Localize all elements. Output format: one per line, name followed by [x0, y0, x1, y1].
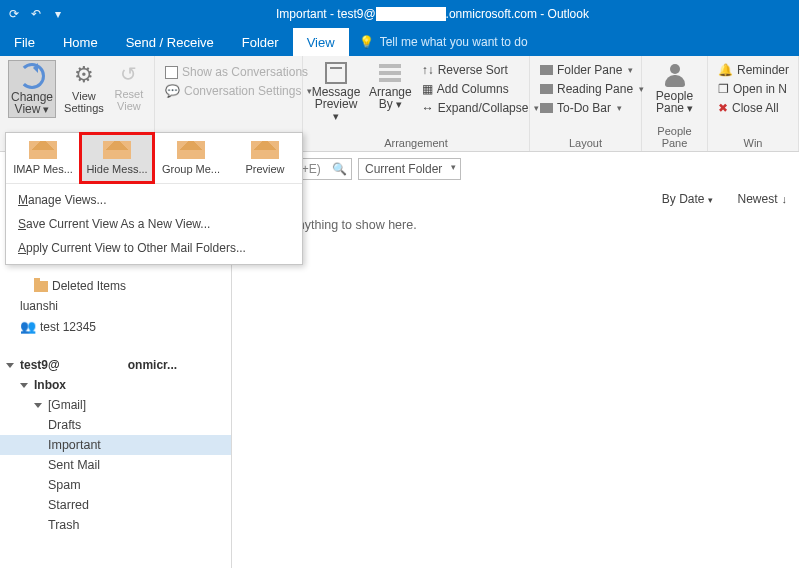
add-columns-button[interactable]: ▦Add Columns: [420, 81, 542, 97]
view-option-imap-messages[interactable]: IMAP Mes...: [6, 133, 80, 183]
qat-customize-icon[interactable]: ▾: [50, 6, 66, 22]
close-all-icon: ✖: [718, 101, 728, 115]
group-label-people-pane: People Pane: [650, 123, 699, 149]
nav-gmail[interactable]: [Gmail]: [0, 395, 231, 415]
change-view-button[interactable]: Change View ▾: [8, 60, 56, 118]
ribbon-tabs: File Home Send / Receive Folder View 💡 T…: [0, 28, 799, 56]
arrange-by-button[interactable]: Arrange By ▾: [367, 60, 414, 112]
reading-pane-icon: [540, 84, 553, 94]
message-list-pane: ortant (Ctrl+E) 🔍 Current Folder ad By D…: [232, 152, 799, 568]
reverse-sort-button[interactable]: ↑↓Reverse Sort: [420, 62, 542, 78]
apply-current-view-menuitem[interactable]: Apply Current View to Other Mail Folders…: [6, 236, 302, 260]
message-preview-icon: [325, 62, 347, 84]
nav-starred[interactable]: Starred: [0, 495, 231, 515]
nav-sent-mail[interactable]: Sent Mail: [0, 455, 231, 475]
reading-pane-button[interactable]: Reading Pane: [538, 81, 646, 97]
title-bar: ⟳ ↶ ▾ Important - test9@.onmicrosoft.com…: [0, 0, 799, 28]
arrange-by-icon: [379, 62, 401, 84]
tab-folder[interactable]: Folder: [228, 28, 293, 56]
nav-trash[interactable]: Trash: [0, 515, 231, 535]
nav-test12345[interactable]: 👥test 12345: [0, 316, 231, 337]
open-in-new-window-button[interactable]: ❐Open in N: [716, 81, 791, 97]
redacted-domain: [64, 359, 124, 371]
reminders-window-button[interactable]: 🔔Reminder: [716, 62, 791, 78]
group-label-arrangement: Arrangement: [311, 135, 521, 149]
view-option-group-messages[interactable]: Group Me...: [154, 133, 228, 183]
change-view-dropdown: IMAP Mes... Hide Mess... Group Me... Pre…: [5, 132, 303, 265]
search-icon: 🔍: [332, 162, 347, 176]
reset-view-icon: ↺: [120, 62, 137, 86]
envelope-icon: [29, 141, 57, 159]
nav-account-root[interactable]: test9@onmicr...: [0, 355, 231, 375]
envelope-icon: [251, 141, 279, 159]
nav-deleted-items[interactable]: Deleted Items: [0, 276, 231, 296]
tab-send-receive[interactable]: Send / Receive: [112, 28, 228, 56]
nav-inbox[interactable]: Inbox: [0, 375, 231, 395]
change-view-icon: [19, 63, 45, 89]
checkbox-icon: [165, 66, 178, 79]
people-pane-button[interactable]: People Pane ▾: [650, 60, 699, 116]
view-option-preview[interactable]: Preview: [228, 133, 302, 183]
nav-luanshi[interactable]: luanshi: [0, 296, 231, 316]
sort-by-date[interactable]: By Date: [662, 192, 714, 206]
group-icon: 👥: [20, 319, 36, 334]
expand-collapse-icon: ↔: [422, 101, 434, 115]
view-option-hide-messages[interactable]: Hide Mess...: [80, 133, 154, 183]
redacted-domain: [376, 7, 446, 21]
tab-home[interactable]: Home: [49, 28, 112, 56]
envelope-icon: [103, 141, 131, 159]
expand-icon: [20, 383, 28, 388]
expand-icon: [34, 403, 42, 408]
new-window-icon: ❐: [718, 82, 729, 96]
envelope-icon: [177, 141, 205, 159]
group-label-layout: Layout: [538, 135, 633, 149]
save-current-view-menuitem[interactable]: Save Current View As a New View...: [6, 212, 302, 236]
window-title: Important - test9@.onmicrosoft.com - Out…: [66, 7, 799, 22]
sort-newest[interactable]: Newest: [737, 192, 787, 206]
expand-icon: [6, 363, 14, 368]
gear-icon: ⚙: [74, 62, 94, 88]
message-preview-button[interactable]: Message Preview ▾: [311, 60, 361, 124]
todo-bar-icon: [540, 103, 553, 113]
nav-drafts[interactable]: Drafts: [0, 415, 231, 435]
expand-collapse-button[interactable]: ↔Expand/Collapse: [420, 100, 542, 116]
group-label-window: Win: [716, 135, 790, 149]
folder-pane-icon: [540, 65, 553, 75]
folder-icon: [34, 281, 48, 292]
conversation-settings-button[interactable]: 💬 Conversation Settings: [163, 83, 314, 99]
add-columns-icon: ▦: [422, 82, 433, 96]
manage-views-menuitem[interactable]: Manage Views...: [6, 188, 302, 212]
tell-me-search[interactable]: 💡 Tell me what you want to do: [349, 28, 528, 56]
tab-file[interactable]: File: [0, 28, 49, 56]
search-scope-dropdown[interactable]: Current Folder: [358, 158, 461, 180]
qat-send-receive-icon[interactable]: ⟳: [6, 6, 22, 22]
empty-list-message: dn't find anything to show here.: [232, 214, 799, 236]
lightbulb-icon: 💡: [359, 35, 374, 49]
tab-view[interactable]: View: [293, 28, 349, 56]
nav-spam[interactable]: Spam: [0, 475, 231, 495]
reset-view-button[interactable]: ↺ Reset View: [112, 60, 146, 114]
people-pane-icon: [662, 62, 688, 88]
conversation-settings-icon: 💬: [165, 84, 180, 98]
reverse-sort-icon: ↑↓: [422, 63, 434, 77]
close-all-items-button[interactable]: ✖Close All: [716, 100, 791, 116]
todo-bar-button[interactable]: To-Do Bar: [538, 100, 646, 116]
qat-undo-icon[interactable]: ↶: [28, 6, 44, 22]
folder-pane-button[interactable]: Folder Pane: [538, 62, 646, 78]
view-settings-button[interactable]: ⚙ View Settings: [62, 60, 106, 116]
show-as-conversations-checkbox[interactable]: Show as Conversations: [163, 64, 314, 80]
bell-icon: 🔔: [718, 63, 733, 77]
nav-important[interactable]: Important: [0, 435, 231, 455]
